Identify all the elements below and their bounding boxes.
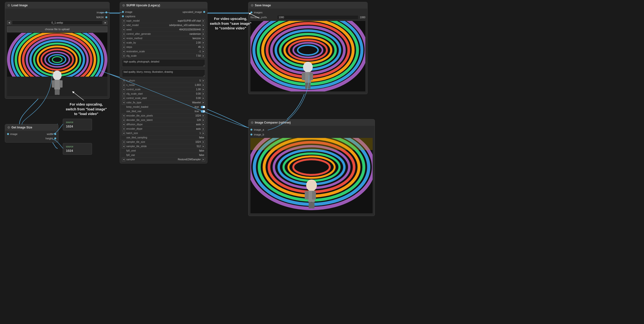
svg-rect-52	[250, 138, 372, 150]
encoder-dtype-right[interactable]: ▶	[202, 127, 205, 131]
sampler-stride-value: 512	[197, 145, 202, 148]
decoder-tile-right[interactable]: ▶	[202, 118, 205, 122]
captions-port: captions	[120, 14, 207, 19]
sampler-right[interactable]: ▶	[202, 158, 205, 161]
batch-size-value: 1	[199, 132, 202, 134]
scale-by-name: scale_by	[125, 41, 196, 44]
control-scale-right[interactable]: ▶	[202, 88, 205, 91]
image-comparer-header: Image Comparer (rgthree)	[248, 119, 374, 126]
param-use-tiled-vae: use_tiled_vae true	[120, 109, 207, 114]
batch-size-right[interactable]: ▶	[202, 132, 205, 135]
color-fix-right[interactable]: ▶	[202, 101, 205, 104]
keep-model-toggle[interactable]	[201, 106, 205, 108]
sampler-stride-left[interactable]: ◀	[122, 145, 125, 148]
control-scale-value: 1.00	[196, 88, 202, 91]
upload-button[interactable]: choose file to upload	[7, 26, 107, 32]
cfg-scale-left[interactable]: ◀	[122, 54, 125, 58]
save-image-header: Save Image	[248, 2, 367, 8]
restoration-right[interactable]: ▶	[202, 50, 205, 53]
supir-model-value: supir/SUPIR-v0F.ckpt	[178, 19, 202, 22]
get-image-size-node: Get Image Size image width height	[5, 124, 58, 143]
param-decoder-tile: ◀ decoder_tile_size_latent 128 ▶	[120, 118, 207, 122]
supir-output-dot[interactable]	[203, 11, 205, 13]
images-input-dot[interactable]	[250, 11, 252, 13]
supir-image-in-dot[interactable]	[122, 11, 124, 13]
svg-point-53	[306, 180, 317, 191]
prefix-input[interactable]	[278, 15, 358, 19]
negative-prompt[interactable]: bad quality, blurry, messy, illustration…	[122, 69, 205, 77]
cfg-scale-start-right[interactable]: ▶	[202, 92, 205, 96]
next-image-button[interactable]: ▶	[104, 21, 107, 24]
scale-by-right[interactable]: ▶	[202, 41, 205, 44]
resize-left[interactable]: ◀	[122, 37, 125, 40]
mask-output-dot[interactable]	[106, 16, 107, 18]
width-out-dot[interactable]	[54, 133, 56, 135]
cfg-scale-right[interactable]: ▶	[202, 54, 205, 58]
seed-value: 4842010258350440	[179, 28, 202, 31]
control-after-right[interactable]: ▶	[202, 32, 205, 36]
tunnel-preview-bg	[7, 33, 107, 96]
color-fix-left[interactable]: ◀	[122, 101, 125, 104]
image-a-dot[interactable]	[250, 129, 252, 131]
param-sampler-tile-size: ◀ sampler_tile_size 1024 ▶	[120, 140, 207, 144]
cfg-scale-start-left[interactable]: ◀	[122, 92, 125, 96]
diffusion-dtype-left[interactable]: ◀	[122, 123, 125, 126]
image-in-dot[interactable]	[7, 133, 9, 135]
sampler-tile-left[interactable]: ◀	[122, 140, 125, 144]
param-s-churn: ◀ s_churn 5 ▶	[120, 79, 207, 83]
param-scale-by: ◀ scale_by 2.00 ▶	[120, 41, 207, 45]
prev-image-button[interactable]: ◀	[7, 21, 11, 24]
param-fp8-vae: fp8_vae false	[120, 153, 207, 157]
seed-right[interactable]: ▶	[202, 28, 205, 31]
control-scale-start-right[interactable]: ▶	[202, 97, 205, 100]
supir-model-right[interactable]: ▶	[202, 19, 205, 23]
steps-left[interactable]: ◀	[122, 45, 125, 49]
get-image-size-header: Get Image Size	[5, 124, 58, 131]
sampler-stride-right[interactable]: ▶	[202, 145, 205, 148]
save-image-dot	[251, 4, 253, 6]
s-noise-left[interactable]: ◀	[122, 83, 125, 87]
image-b-dot[interactable]	[250, 134, 252, 135]
encoder-tile-right[interactable]: ▶	[202, 114, 205, 117]
sdxl-model-right[interactable]: ▶	[202, 23, 205, 27]
prefix-label: filename_prefix	[250, 16, 276, 19]
sdxl-model-left[interactable]: ◀	[122, 23, 125, 27]
param-color-fix: ◀ color_fix_type Wavelet ▶	[120, 100, 207, 105]
filename-display: 0_1.webp	[12, 20, 102, 25]
s-churn-left[interactable]: ◀	[122, 79, 125, 82]
image-comparer-title: Image Comparer (rgthree)	[255, 121, 290, 124]
sampler-tile-right[interactable]: ▶	[202, 140, 205, 144]
param-sampler-tile-stride: ◀ sampler_tile_stride 512 ▶	[120, 144, 207, 149]
decoder-tile-left[interactable]: ◀	[122, 118, 125, 122]
source-box-height: source 1024	[63, 143, 92, 155]
s-churn-right[interactable]: ▶	[202, 79, 205, 82]
encoder-tile-left[interactable]: ◀	[122, 114, 125, 117]
positive-prompt[interactable]: high quality, photograph, detailed	[122, 59, 205, 67]
image-comparer-body: image_a image_b	[248, 126, 374, 216]
get-image-size-body: image width height	[5, 131, 58, 142]
resize-right[interactable]: ▶	[202, 37, 205, 40]
source-value-1: 1024	[66, 125, 89, 128]
seed-left[interactable]: ◀	[122, 28, 125, 31]
fp8-unet-value: false	[199, 149, 205, 152]
sampler-left[interactable]: ◀	[122, 158, 125, 161]
captions-dot[interactable]	[122, 15, 124, 17]
mask-output-label: MASK	[96, 16, 104, 19]
steps-right[interactable]: ▶	[202, 45, 205, 49]
image-output-dot[interactable]	[106, 11, 107, 13]
restoration-left[interactable]: ◀	[122, 50, 125, 53]
control-scale-left[interactable]: ◀	[122, 88, 125, 91]
image-comparer-dot	[251, 121, 253, 124]
batch-size-left[interactable]: ◀	[122, 132, 125, 135]
use-tiled-vae-toggle[interactable]	[201, 110, 205, 113]
encoder-dtype-left[interactable]: ◀	[122, 127, 125, 131]
s-noise-right[interactable]: ▶	[202, 83, 205, 87]
diffusion-dtype-right[interactable]: ▶	[202, 123, 205, 126]
supir-header: SUPIR Upscale (Legacy)	[120, 2, 207, 8]
control-scale-start-left[interactable]: ◀	[122, 97, 125, 100]
height-out-dot[interactable]	[54, 137, 56, 139]
supir-model-left[interactable]: ◀	[122, 19, 125, 23]
control-after-left[interactable]: ◀	[122, 32, 125, 36]
scale-by-left[interactable]: ◀	[122, 41, 125, 44]
sampler-tile-name: sampler_tile_size	[125, 141, 196, 143]
